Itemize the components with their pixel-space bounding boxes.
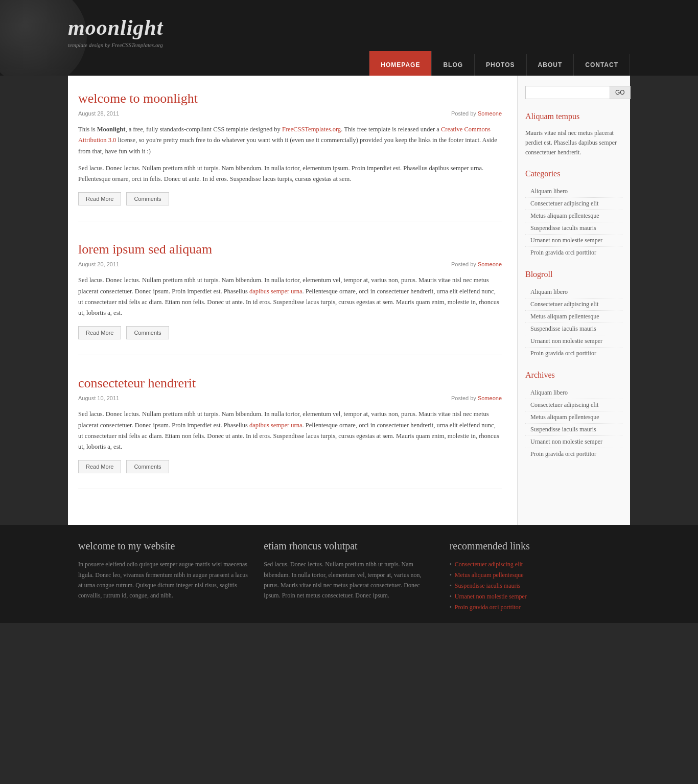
article-1-body1: This is Moonlight, a free, fully standar… <box>78 124 502 157</box>
list-item: Suspendisse iaculis mauris <box>525 323 622 335</box>
rec-link-4[interactable]: Urnanet non molestie semper <box>455 593 527 600</box>
list-item: Aliquam libero <box>525 387 622 399</box>
article-2-author[interactable]: Someone <box>478 261 502 267</box>
rec-link-5[interactable]: Proin gravida orci porttitor <box>455 604 521 611</box>
list-item: Aliquam libero <box>525 186 622 198</box>
category-link-6[interactable]: Proin gravida orci porttitor <box>530 249 596 256</box>
blogroll-link-5[interactable]: Urnanet non molestie semper <box>530 337 602 344</box>
list-item: Suspendisse iaculis mauris <box>525 424 622 436</box>
article-1-body2: Sed lacus. Donec lectus. Nullam pretium … <box>78 163 502 185</box>
article-2-footer: Read More Comments <box>78 326 502 339</box>
blogroll-link-4[interactable]: Suspendisse iaculis mauris <box>530 325 596 332</box>
sidebar-aliquam-tempus: Aliquam tempus Mauris vitae nisl nec met… <box>525 112 622 158</box>
footer-col-1-text: In posuere eleifend odio quisque semper … <box>78 559 248 601</box>
footer: welcome to my website In posuere eleifen… <box>0 525 698 623</box>
article-2-inline-link[interactable]: dapibus semper urna <box>249 288 302 295</box>
article-3-footer: Read More Comments <box>78 460 502 473</box>
article-1-readmore[interactable]: Read More <box>78 192 121 205</box>
list-item: Urnanet non molestie semper <box>450 591 620 602</box>
article-3-title: consecteteur hendrerit <box>78 376 502 391</box>
list-item: Consectetuer adipiscing elit <box>525 399 622 411</box>
rec-link-3[interactable]: Suspendisse iaculis mauris <box>455 582 521 589</box>
nav-blog[interactable]: BLOG <box>432 54 475 76</box>
article-3-body1: Sed lacus. Donec lectus. Nullam pretium … <box>78 409 502 452</box>
article-2-title: lorem ipsum sed aliquam <box>78 242 502 257</box>
list-item: Urnanet non molestie semper <box>525 235 622 247</box>
category-link-5[interactable]: Urnanet non molestie semper <box>530 237 602 244</box>
archive-link-3[interactable]: Metus aliquam pellentesque <box>530 413 599 421</box>
sidebar-aliquam-tempus-title: Aliquam tempus <box>525 112 622 123</box>
footer-col-2-text: Sed lacus. Donec lectus. Nullam pretium … <box>264 559 434 601</box>
sidebar-categories-title: Categories <box>525 169 622 180</box>
article-3-meta: August 10, 2011 Posted by Someone <box>78 395 502 401</box>
site-title: moonlight <box>68 15 163 40</box>
archive-link-5[interactable]: Urnanet non molestie semper <box>530 438 602 445</box>
article-1-title-link[interactable]: welcome to moonlight <box>78 91 198 106</box>
sidebar-categories: Categories Aliquam libero Consectetuer a… <box>525 169 622 259</box>
nav-homepage[interactable]: HOMEPAGE <box>369 51 432 76</box>
footer-col-3: recommended links Consectetuer adipiscin… <box>450 540 620 613</box>
footer-col-3-title: recommended links <box>450 540 620 552</box>
freecss-link[interactable]: FreeCSSTemplates.org <box>282 126 341 133</box>
category-link-4[interactable]: Suspendisse iaculis mauris <box>530 224 596 232</box>
main-nav: HOMEPAGE BLOG PHOTOS ABOUT CONTACT <box>369 51 630 76</box>
sidebar-aliquam-tempus-text: Mauris vitae nisl nec metus placerat per… <box>525 128 622 158</box>
article-1-author[interactable]: Someone <box>478 110 502 117</box>
archive-link-6[interactable]: Proin gravida orci porttitor <box>530 450 596 457</box>
article-2-body1: Sed lacus. Donec lectus. Nullam pretium … <box>78 275 502 318</box>
article-3-author[interactable]: Someone <box>478 395 502 401</box>
list-item: Urnanet non molestie semper <box>525 335 622 348</box>
list-item: Metus aliquam pellentesque <box>525 210 622 222</box>
search-input[interactable] <box>525 86 610 99</box>
nav-contact[interactable]: CONTACT <box>574 54 630 76</box>
footer-col-2: etiam rhoncus volutpat Sed lacus. Donec … <box>264 540 434 613</box>
article-2-meta: August 20, 2011 Posted by Someone <box>78 261 502 267</box>
search-form: GO <box>525 86 622 99</box>
category-link-2[interactable]: Consectetuer adipiscing elit <box>530 200 598 207</box>
article-3-date: August 10, 2011 <box>78 395 119 401</box>
article-1: welcome to moonlight August 28, 2011 Pos… <box>78 91 502 221</box>
archive-link-2[interactable]: Consectetuer adipiscing elit <box>530 401 598 408</box>
article-3: consecteteur hendrerit August 10, 2011 P… <box>78 376 502 489</box>
blogroll-list: Aliquam libero Consectetuer adipiscing e… <box>525 286 622 359</box>
list-item: Proin gravida orci porttitor <box>525 348 622 359</box>
article-3-author-label: Posted by Someone <box>451 395 502 401</box>
article-3-readmore[interactable]: Read More <box>78 460 121 473</box>
list-item: Proin gravida orci porttitor <box>525 448 622 460</box>
list-item: Urnanet non molestie semper <box>525 436 622 448</box>
list-item: Consectetuer adipiscing elit <box>525 198 622 210</box>
article-3-title-link[interactable]: consecteteur hendrerit <box>78 376 196 390</box>
article-1-comments[interactable]: Comments <box>126 192 169 205</box>
article-1-meta: August 28, 2011 Posted by Someone <box>78 110 502 117</box>
article-1-date: August 28, 2011 <box>78 110 119 117</box>
rec-link-1[interactable]: Consectetuer adipiscing elit <box>455 561 523 568</box>
category-link-1[interactable]: Aliquam libero <box>530 188 568 195</box>
article-3-inline-link[interactable]: dapibus semper urna <box>249 422 302 429</box>
search-button[interactable]: GO <box>610 86 631 99</box>
article-2-comments[interactable]: Comments <box>126 326 169 339</box>
article-1-footer: Read More Comments <box>78 192 502 205</box>
article-3-comments[interactable]: Comments <box>126 460 169 473</box>
sidebar-archives: Archives Aliquam libero Consectetuer adi… <box>525 371 622 460</box>
article-2-readmore[interactable]: Read More <box>78 326 121 339</box>
archives-list: Aliquam libero Consectetuer adipiscing e… <box>525 387 622 460</box>
blogroll-link-6[interactable]: Proin gravida orci porttitor <box>530 350 596 357</box>
category-link-3[interactable]: Metus aliquam pellentesque <box>530 212 599 219</box>
nav-photos[interactable]: PHOTOS <box>475 54 526 76</box>
sidebar: GO Aliquam tempus Mauris vitae nisl nec … <box>518 76 630 525</box>
blogroll-link-1[interactable]: Aliquam libero <box>530 288 568 295</box>
article-2-title-link[interactable]: lorem ipsum sed aliquam <box>78 242 212 257</box>
article-2-date: August 20, 2011 <box>78 261 119 267</box>
rec-link-2[interactable]: Metus aliquam pellentesque <box>455 571 524 579</box>
archive-link-1[interactable]: Aliquam libero <box>530 389 568 396</box>
article-2-author-label: Posted by Someone <box>451 261 502 267</box>
article-2: lorem ipsum sed aliquam August 20, 2011 … <box>78 242 502 355</box>
list-item: Proin gravida orci porttitor <box>525 247 622 259</box>
blogroll-link-3[interactable]: Metus aliquam pellentesque <box>530 313 599 320</box>
nav-about[interactable]: ABOUT <box>527 54 574 76</box>
blogroll-link-2[interactable]: Consectetuer adipiscing elit <box>530 301 598 308</box>
sidebar-blogroll: Blogroll Aliquam libero Consectetuer adi… <box>525 270 622 359</box>
footer-col-2-title: etiam rhoncus volutpat <box>264 540 434 552</box>
archive-link-4[interactable]: Suspendisse iaculis mauris <box>530 426 596 433</box>
list-item: Suspendisse iaculis mauris <box>525 222 622 235</box>
